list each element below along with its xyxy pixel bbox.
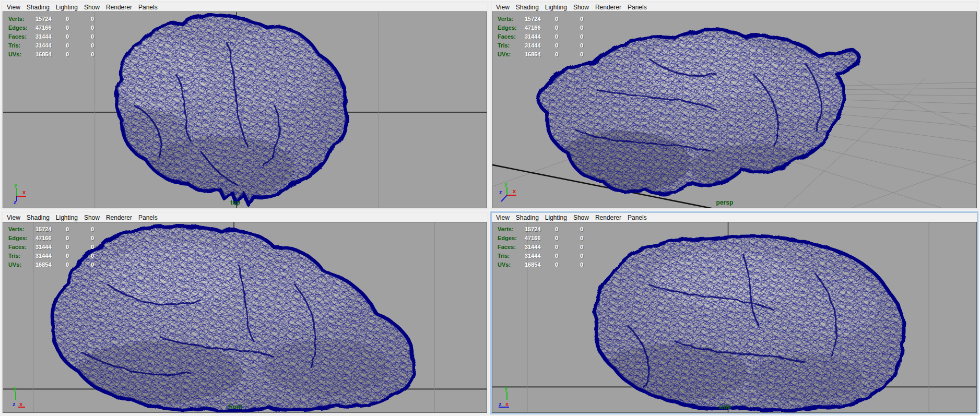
- poly-count-hud: Verts:1572400Edges:4716600Faces:3144400T…: [498, 226, 605, 268]
- hud-value: 15724: [525, 226, 555, 232]
- viewport-side[interactable]: ViewShadingLightingShowRendererPanels: [490, 211, 978, 414]
- menu-shading[interactable]: Shading: [27, 4, 50, 11]
- hud-label: UVs:: [498, 51, 525, 57]
- hud-label: Tris:: [8, 42, 36, 49]
- menu-shading[interactable]: Shading: [516, 214, 539, 221]
- menu-lighting[interactable]: Lighting: [545, 214, 567, 221]
- menu-lighting[interactable]: Lighting: [56, 4, 78, 11]
- hud-value: 31444: [525, 42, 555, 49]
- viewport-menubar: ViewShadingLightingShowRendererPanels: [3, 3, 487, 11]
- hud-value: 16854: [525, 262, 555, 268]
- hud-value: 0: [580, 42, 605, 49]
- hud-label: Tris:: [498, 253, 525, 259]
- axis-gizmo-persp: y x z: [498, 181, 519, 205]
- menu-view[interactable]: View: [7, 214, 20, 221]
- hud-label: UVs:: [8, 51, 36, 57]
- hud-value: 0: [66, 235, 91, 241]
- hud-value: 16854: [525, 51, 555, 57]
- menu-show[interactable]: Show: [84, 4, 100, 11]
- menu-shading[interactable]: Shading: [27, 214, 50, 221]
- viewport-canvas-front[interactable]: Verts:1572400Edges:4716600Faces:3144400T…: [3, 222, 487, 413]
- menu-renderer[interactable]: Renderer: [595, 214, 621, 221]
- view-name-label: persp: [716, 199, 734, 206]
- hud-value: 0: [555, 42, 580, 49]
- viewport-canvas-side[interactable]: Verts:1572400Edges:4716600Faces:3144400T…: [492, 222, 977, 413]
- hud-label: Faces:: [8, 33, 36, 40]
- menu-panels[interactable]: Panels: [138, 214, 158, 221]
- hud-value: 0: [91, 244, 116, 250]
- menu-view[interactable]: View: [496, 4, 510, 11]
- view-name-label: front: [228, 403, 242, 411]
- hud-value: 0: [555, 16, 580, 22]
- axis-z-label: z: [499, 189, 502, 195]
- menu-view[interactable]: View: [496, 214, 510, 221]
- poly-count-hud: Verts:1572400Edges:4716600Faces:3144400T…: [8, 16, 116, 57]
- hud-label: Faces:: [8, 244, 36, 250]
- axis-z-label: z: [14, 199, 17, 205]
- axis-x-label: x: [505, 401, 509, 407]
- menu-renderer[interactable]: Renderer: [106, 214, 132, 221]
- viewport-persp[interactable]: ViewShadingLightingShowRendererPanels: [490, 1, 978, 210]
- viewport-menubar: ViewShadingLightingShowRendererPanels: [3, 213, 487, 222]
- menu-show[interactable]: Show: [84, 214, 100, 221]
- hud-value: 0: [580, 262, 605, 268]
- menu-renderer[interactable]: Renderer: [595, 4, 621, 11]
- hud-value: 47166: [36, 25, 66, 31]
- menu-show[interactable]: Show: [573, 214, 589, 221]
- hud-label: Faces:: [498, 244, 525, 250]
- hud-label: Verts:: [498, 16, 525, 22]
- hud-value: 0: [91, 226, 116, 232]
- hud-value: 0: [66, 25, 91, 31]
- hud-value: 31444: [36, 33, 66, 40]
- menu-panels[interactable]: Panels: [628, 4, 647, 11]
- viewport-canvas-top[interactable]: Verts:1572400Edges:4716600Faces:3144400T…: [3, 11, 487, 208]
- viewport-menubar: ViewShadingLightingShowRendererPanels: [492, 213, 977, 222]
- hud-value: 47166: [525, 25, 555, 31]
- hud-value: 15724: [36, 16, 66, 22]
- wireframe-mesh-top: [108, 15, 347, 204]
- hud-value: 0: [580, 51, 605, 57]
- hud-value: 0: [580, 226, 605, 232]
- hud-value: 31444: [36, 42, 66, 49]
- menu-lighting[interactable]: Lighting: [56, 214, 78, 221]
- hud-value: 31444: [525, 33, 555, 40]
- viewport-top[interactable]: ViewShadingLightingShowRendererPanels: [1, 1, 489, 210]
- hud-value: 0: [91, 42, 116, 49]
- axis-x-label: x: [22, 189, 26, 195]
- hud-label: Edges:: [8, 235, 36, 241]
- menu-lighting[interactable]: Lighting: [545, 4, 567, 11]
- hud-value: 0: [555, 253, 580, 259]
- view-name-label: side: [718, 403, 731, 411]
- hud-value: 0: [580, 235, 605, 241]
- hud-value: 0: [91, 253, 116, 259]
- hud-value: 15724: [525, 16, 555, 22]
- hud-value: 0: [66, 226, 91, 232]
- hud-value: 0: [580, 25, 605, 31]
- axis-gizmo-side: y z x: [498, 385, 519, 409]
- hud-value: 0: [555, 51, 580, 57]
- menu-shading[interactable]: Shading: [516, 4, 539, 11]
- hud-label: Edges:: [8, 25, 36, 31]
- menu-panels[interactable]: Panels: [628, 214, 647, 221]
- menu-view[interactable]: View: [7, 4, 20, 11]
- hud-label: UVs:: [498, 262, 525, 268]
- hud-value: 31444: [36, 244, 66, 250]
- axis-z-label: z: [13, 401, 16, 407]
- hud-value: 0: [555, 235, 580, 241]
- hud-value: 0: [580, 244, 605, 250]
- hud-value: 0: [555, 25, 580, 31]
- hud-value: 0: [66, 244, 91, 250]
- menu-renderer[interactable]: Renderer: [106, 4, 132, 11]
- hud-value: 47166: [36, 235, 66, 241]
- hud-value: 15724: [36, 226, 66, 232]
- poly-count-hud: Verts:1572400Edges:4716600Faces:3144400T…: [8, 226, 116, 268]
- menu-panels[interactable]: Panels: [138, 4, 158, 11]
- axis-gizmo-top: y x z: [8, 181, 30, 205]
- viewport-canvas-persp[interactable]: Verts:1572400Edges:4716600Faces:3144400T…: [492, 11, 977, 208]
- axis-y-label: y: [504, 181, 508, 187]
- viewport-front[interactable]: ViewShadingLightingShowRendererPanels: [1, 211, 489, 414]
- hud-value: 0: [91, 235, 116, 241]
- axis-y-label: y: [504, 385, 508, 391]
- menu-show[interactable]: Show: [573, 4, 589, 11]
- axis-x-label: x: [19, 401, 23, 407]
